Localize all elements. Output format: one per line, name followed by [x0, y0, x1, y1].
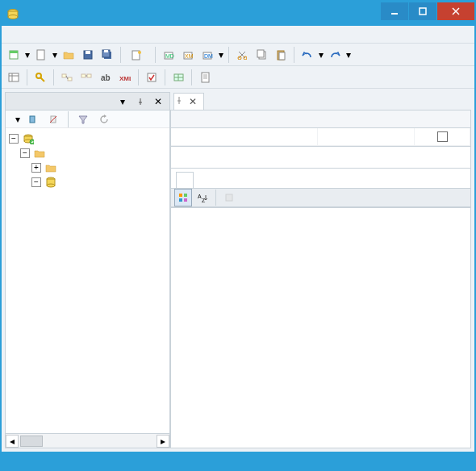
refresh-icon[interactable] — [95, 110, 113, 128]
collapse-icon[interactable]: − — [31, 177, 41, 187]
svg-rect-66 — [226, 194, 232, 201]
close-button[interactable] — [437, 2, 474, 20]
dropdown-icon[interactable]: ▾ — [318, 49, 324, 60]
close-icon[interactable]: ✕ — [189, 96, 197, 107]
filter-icon[interactable] — [74, 110, 92, 128]
minimize-button[interactable] — [381, 2, 408, 20]
paste-button[interactable] — [272, 46, 290, 64]
open-button[interactable] — [60, 46, 77, 64]
new-project-button[interactable] — [5, 46, 23, 64]
menu-tools[interactable] — [82, 33, 95, 36]
menu-table-designer[interactable] — [69, 33, 82, 36]
collapse-icon[interactable]: − — [9, 134, 19, 144]
dropdown-icon[interactable]: ▾ — [345, 49, 352, 60]
redo-button[interactable] — [326, 46, 344, 64]
svg-text:ab: ab — [101, 73, 111, 82]
columns-grid[interactable] — [171, 110, 470, 147]
dmx-query-button[interactable]: DM — [198, 46, 216, 64]
new-file-button[interactable] — [32, 46, 50, 64]
menu-file[interactable] — [5, 33, 18, 36]
svg-rect-38 — [87, 74, 91, 77]
svg-rect-60 — [179, 194, 182, 197]
spatial-index-button[interactable] — [169, 69, 187, 86]
pin-icon[interactable] — [134, 95, 147, 108]
db-engine-query-button[interactable]: MD — [160, 46, 177, 64]
categorized-button[interactable] — [174, 189, 192, 206]
menubar — [2, 26, 474, 44]
tree-server[interactable] — [38, 138, 41, 140]
allow-nulls-checkbox[interactable] — [437, 131, 448, 142]
scroll-right-icon[interactable]: ▸ — [157, 435, 169, 448]
set-primary-key-button[interactable] — [31, 69, 49, 86]
svg-rect-9 — [37, 50, 44, 60]
column-properties-panel: AZ — [171, 168, 470, 448]
database-icon — [44, 176, 57, 189]
svg-rect-61 — [184, 194, 187, 197]
menu-debug[interactable] — [56, 33, 69, 36]
save-button[interactable] — [79, 46, 97, 64]
svg-rect-50 — [30, 116, 35, 123]
menu-view[interactable] — [31, 33, 44, 36]
document-tabs: ✕ — [170, 92, 471, 110]
object-explorer-toolbar: ▾ — [6, 110, 169, 128]
svg-rect-14 — [104, 50, 108, 52]
menu-help[interactable] — [108, 33, 121, 36]
app-icon — [6, 7, 19, 20]
object-explorer-tree[interactable]: − − + − — [6, 128, 169, 433]
svg-text:XML: XML — [119, 75, 131, 82]
scroll-left-icon[interactable]: ◂ — [6, 435, 19, 448]
indexes-button[interactable] — [77, 69, 95, 86]
check-constraints-button[interactable] — [143, 69, 161, 86]
tree-tasktracker[interactable] — [61, 181, 64, 183]
svg-rect-35 — [68, 77, 72, 81]
menu-edit[interactable] — [18, 33, 31, 36]
app-window: ▾ ▾ MD XM DM ▾ ▾ ▾ ab XML — [0, 0, 476, 471]
toolbar-main: ▾ ▾ MD XM DM ▾ ▾ ▾ — [2, 44, 474, 66]
svg-text:MD: MD — [165, 53, 174, 59]
save-all-button[interactable] — [98, 46, 116, 64]
maximize-button[interactable] — [409, 2, 436, 20]
property-pages-button[interactable] — [220, 189, 238, 206]
dropdown-icon[interactable]: ▾ — [52, 49, 58, 60]
menu-project[interactable] — [44, 33, 56, 36]
status-bar — [2, 452, 474, 469]
dropdown-icon[interactable]: ▾ — [218, 49, 224, 60]
close-icon[interactable]: ✕ — [152, 95, 165, 108]
expand-icon[interactable]: + — [31, 163, 41, 173]
disconnect-icon[interactable] — [44, 110, 62, 128]
connect-icon[interactable] — [23, 110, 41, 128]
svg-point-2 — [8, 15, 18, 19]
undo-button[interactable] — [299, 46, 316, 64]
copy-button[interactable] — [253, 46, 270, 64]
dropdown-icon[interactable]: ▾ — [24, 49, 31, 60]
alphabetical-button[interactable]: AZ — [194, 189, 211, 206]
svg-rect-11 — [86, 51, 90, 54]
tree-databases[interactable] — [49, 152, 52, 154]
document-tab[interactable]: ✕ — [173, 93, 204, 110]
table-button[interactable] — [5, 69, 23, 86]
object-explorer-hscroll[interactable]: ◂ ▸ — [6, 433, 169, 448]
fulltext-index-button[interactable]: ab — [97, 69, 115, 86]
column-properties-tab[interactable] — [176, 172, 194, 188]
relationships-button[interactable] — [58, 69, 76, 86]
menu-window[interactable] — [95, 33, 108, 36]
dropdown-icon[interactable]: ▾ — [116, 95, 129, 108]
dropdown-icon[interactable]: ▾ — [15, 114, 20, 125]
generate-script-button[interactable] — [196, 69, 214, 86]
svg-rect-46 — [202, 73, 209, 82]
object-explorer-panel: ▾ ✕ ▾ − − + − — [5, 92, 170, 448]
svg-rect-42 — [148, 73, 156, 81]
new-query-button[interactable] — [125, 46, 151, 64]
analysis-query-button[interactable]: XM — [179, 46, 197, 64]
property-description — [171, 207, 470, 246]
object-explorer-titlebar: ▾ ✕ — [6, 93, 169, 110]
tree-system-databases[interactable] — [61, 167, 64, 169]
collapse-icon[interactable]: − — [20, 148, 30, 158]
scroll-thumb[interactable] — [20, 436, 43, 447]
titlebar — [2, 2, 474, 26]
pin-icon[interactable] — [176, 97, 182, 105]
cut-button[interactable] — [233, 46, 251, 64]
svg-rect-26 — [257, 50, 264, 57]
xml-index-button[interactable]: XML — [116, 69, 134, 86]
svg-text:DM: DM — [204, 53, 213, 59]
